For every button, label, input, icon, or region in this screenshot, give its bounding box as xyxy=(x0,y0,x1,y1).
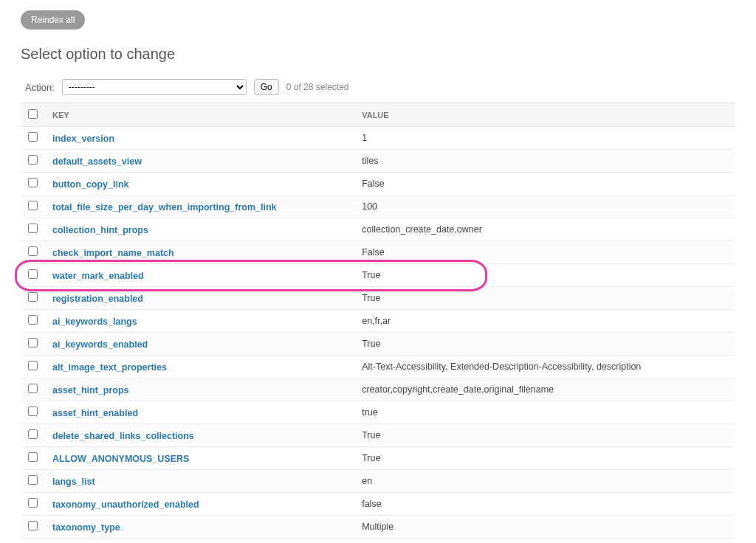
select-all-checkbox[interactable] xyxy=(28,109,38,119)
row-value-cell: False xyxy=(354,173,735,196)
row-key-cell: taxonomy_type xyxy=(45,516,354,539)
row-checkbox-cell xyxy=(21,287,45,310)
row-value-cell: 100 xyxy=(354,196,735,218)
row-checkbox-cell xyxy=(21,150,45,173)
row-value-cell: Multiple xyxy=(354,516,735,539)
row-checkbox-cell xyxy=(21,356,45,378)
row-checkbox[interactable] xyxy=(28,338,38,347)
table-row: langs_listen xyxy=(21,470,735,493)
table-row: ai_keywords_enabledTrue xyxy=(21,333,735,356)
option-link[interactable]: ai_keywords_enabled xyxy=(52,339,148,350)
header-key[interactable]: KEY xyxy=(45,103,354,127)
row-key-cell: langs_list xyxy=(45,470,354,493)
row-value-cell: tiles xyxy=(354,150,735,173)
table-row: total_file_size_per_day_when_importing_f… xyxy=(21,196,735,218)
row-checkbox-cell xyxy=(21,310,45,333)
option-link[interactable]: ALLOW_ANONYMOUS_USERS xyxy=(52,454,189,464)
table-row: ALLOW_ANONYMOUS_USERSTrue xyxy=(21,447,735,470)
option-link[interactable]: alt_image_text_properties xyxy=(52,362,167,373)
row-checkbox[interactable] xyxy=(28,475,38,485)
table-row: registration_enabledTrue xyxy=(21,287,735,310)
table-row: asset_hint_propscreator,copyright,create… xyxy=(21,378,735,401)
table-row: collection_hint_propscollection_create_d… xyxy=(21,218,735,241)
table-row: taxonomy_unauthorized_enabledfalse xyxy=(21,493,735,516)
row-key-cell: ai_keywords_enabled xyxy=(45,333,354,356)
row-checkbox-cell xyxy=(21,470,45,493)
row-value-cell: True xyxy=(354,447,735,470)
action-label: Action: xyxy=(25,82,55,93)
row-key-cell: registration_enabled xyxy=(45,287,354,310)
row-key-cell: asset_hint_props xyxy=(45,378,354,401)
reindex-all-button[interactable]: Reindex all xyxy=(21,10,85,30)
header-value[interactable]: VALUE xyxy=(354,103,735,127)
row-checkbox-cell xyxy=(21,378,45,401)
row-checkbox-cell xyxy=(21,218,45,241)
option-link[interactable]: langs_list xyxy=(52,477,95,487)
results-wrapper: KEY VALUE index_version1default_assets_v… xyxy=(21,103,735,543)
option-link[interactable]: index_version xyxy=(52,134,114,144)
selection-count: 0 of 28 selected xyxy=(286,82,349,92)
row-value-cell: Alt-Text-Accessibility, Extended-Descrip… xyxy=(354,356,735,378)
row-checkbox[interactable] xyxy=(28,246,38,256)
page-title: Select option to change xyxy=(21,46,735,63)
option-link[interactable]: button_copy_link xyxy=(52,179,128,190)
action-select[interactable]: --------- xyxy=(62,79,247,95)
row-checkbox[interactable] xyxy=(28,269,38,279)
table-row: button_copy_linkFalse xyxy=(21,173,735,196)
row-checkbox[interactable] xyxy=(28,384,38,393)
row-key-cell: asset_hint_enabled xyxy=(45,401,354,424)
table-row: alt_image_text_propertiesAlt-Text-Access… xyxy=(21,356,735,378)
row-checkbox[interactable] xyxy=(28,361,38,370)
row-checkbox-cell xyxy=(21,493,45,516)
option-link[interactable]: default_assets_view xyxy=(52,156,142,167)
option-link[interactable]: delete_shared_links_collections xyxy=(52,431,194,441)
row-value-cell: true xyxy=(354,401,735,424)
option-link[interactable]: check_import_name_match xyxy=(52,248,174,258)
row-checkbox[interactable] xyxy=(28,292,38,302)
row-checkbox[interactable] xyxy=(28,452,38,462)
row-key-cell: index_version xyxy=(45,127,354,150)
row-value-cell: True xyxy=(354,333,735,356)
row-value-cell: 1 xyxy=(354,127,735,150)
row-checkbox-cell xyxy=(21,424,45,447)
row-checkbox[interactable] xyxy=(28,407,38,416)
go-button[interactable]: Go xyxy=(254,79,279,95)
table-row: asset_hint_enabledtrue xyxy=(21,401,735,424)
row-checkbox-cell xyxy=(21,241,45,264)
row-key-cell: total_file_size_per_day_when_importing_f… xyxy=(45,196,354,218)
option-link[interactable]: registration_enabled xyxy=(52,294,143,304)
row-key-cell: water_mark_enabled xyxy=(45,264,354,287)
row-key-cell: alt_image_text_properties xyxy=(45,356,354,378)
row-checkbox-cell xyxy=(21,401,45,424)
row-key-cell: collection_hint_props xyxy=(45,218,354,241)
option-link[interactable]: ai_keywords_langs xyxy=(52,317,137,327)
row-value-cell: True xyxy=(354,264,735,287)
option-link[interactable]: asset_hint_enabled xyxy=(52,408,138,418)
row-checkbox[interactable] xyxy=(28,201,38,210)
row-checkbox-cell xyxy=(21,516,45,539)
row-checkbox-cell xyxy=(21,173,45,196)
row-checkbox[interactable] xyxy=(28,155,38,165)
option-link[interactable]: collection_hint_props xyxy=(52,225,148,235)
table-row: ai_keywords_langsen,fr,ar xyxy=(21,310,735,333)
option-link[interactable]: taxonomy_unauthorized_enabled xyxy=(52,499,199,510)
option-link[interactable]: total_file_size_per_day_when_importing_f… xyxy=(52,202,277,212)
option-link[interactable]: taxonomy_type xyxy=(52,522,120,533)
row-checkbox[interactable] xyxy=(28,132,38,142)
option-link[interactable]: asset_hint_props xyxy=(52,385,129,395)
row-checkbox[interactable] xyxy=(28,315,38,325)
row-key-cell: default_assets_view xyxy=(45,150,354,173)
row-key-cell: delete_shared_links_collections xyxy=(45,424,354,447)
row-checkbox[interactable] xyxy=(28,178,38,187)
row-value-cell: creator,copyright,create_date,original_f… xyxy=(354,378,735,401)
options-table: KEY VALUE index_version1default_assets_v… xyxy=(21,103,735,543)
row-checkbox[interactable] xyxy=(28,498,38,508)
row-checkbox[interactable] xyxy=(28,224,38,233)
row-value-cell: false xyxy=(354,493,735,516)
option-link[interactable]: water_mark_enabled xyxy=(52,271,144,281)
row-checkbox-cell xyxy=(21,264,45,287)
row-checkbox[interactable] xyxy=(28,521,38,530)
row-checkbox[interactable] xyxy=(28,429,38,439)
row-checkbox-cell xyxy=(21,539,45,544)
row-value-cell: True xyxy=(354,287,735,310)
